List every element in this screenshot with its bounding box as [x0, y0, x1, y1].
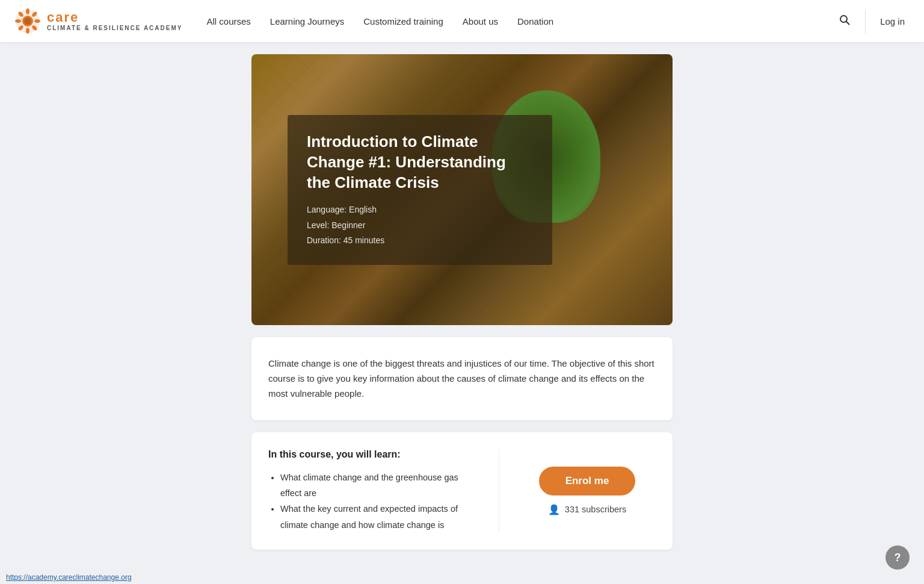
person-icon: 👤 — [548, 504, 560, 515]
description-card: Climate change is one of the biggest thr… — [251, 337, 673, 420]
svg-point-5 — [26, 28, 29, 34]
search-button[interactable] — [834, 9, 855, 34]
course-meta: Language: English Level: Beginner Durati… — [307, 202, 533, 248]
enrol-section: Enrol me 👤 331 subscribers — [499, 449, 656, 532]
svg-line-12 — [846, 21, 849, 24]
care-logo-icon — [14, 8, 41, 34]
status-url: https://academy.careclimatechange.org — [6, 573, 132, 582]
svg-point-7 — [15, 19, 21, 23]
header-divider — [865, 9, 866, 33]
nav-about-us[interactable]: About us — [463, 16, 498, 26]
nav-donation[interactable]: Donation — [517, 16, 553, 26]
header-right: Log in — [834, 9, 910, 34]
subscribers-count: 331 subscribers — [565, 505, 626, 514]
course-description: Climate change is one of the biggest thr… — [268, 356, 656, 401]
nav-learning-journeys[interactable]: Learning Journeys — [270, 16, 344, 26]
login-link[interactable]: Log in — [875, 16, 910, 26]
hero-overlay: Introduction to Climate Change #1: Under… — [288, 115, 552, 265]
site-header: care CLIMATE & RESILIENCE ACADEMY All co… — [0, 0, 924, 42]
course-duration: Duration: 45 minutes — [307, 233, 533, 248]
learn-content: In this course, you will learn: What cli… — [268, 449, 499, 532]
learn-card: In this course, you will learn: What cli… — [251, 432, 673, 549]
svg-point-10 — [24, 17, 31, 25]
hero-image: Introduction to Climate Change #1: Under… — [251, 54, 673, 325]
course-title: Introduction to Climate Change #1: Under… — [307, 132, 533, 193]
subscribers-info: 👤 331 subscribers — [548, 504, 626, 515]
logo-subtitle-label: CLIMATE & RESILIENCE ACADEMY — [47, 24, 182, 32]
learn-item-1: What climate change and the greenhouse g… — [280, 470, 479, 501]
logo-care-label: care — [47, 11, 182, 24]
nav-customized-training[interactable]: Customized training — [363, 16, 443, 26]
course-language: Language: English — [307, 202, 533, 217]
course-level: Level: Beginner — [307, 218, 533, 233]
logo[interactable]: care CLIMATE & RESILIENCE ACADEMY — [14, 8, 182, 34]
learn-item-2: What the key current and expected impact… — [280, 501, 479, 532]
status-bar: https://academy.careclimatechange.org — [0, 571, 138, 584]
main-content: Introduction to Climate Change #1: Under… — [0, 42, 924, 574]
learn-list: What climate change and the greenhouse g… — [268, 470, 479, 532]
logo-text: care CLIMATE & RESILIENCE ACADEMY — [47, 11, 182, 32]
search-icon — [839, 14, 851, 26]
content-wrapper: Introduction to Climate Change #1: Under… — [251, 54, 673, 550]
nav-all-courses[interactable]: All courses — [206, 16, 250, 26]
learn-section-title: In this course, you will learn: — [268, 449, 479, 460]
svg-point-3 — [34, 19, 40, 23]
main-nav: All courses Learning Journeys Customized… — [206, 16, 553, 26]
svg-point-1 — [26, 8, 29, 14]
help-button[interactable]: ? — [886, 545, 910, 570]
enrol-button[interactable]: Enrol me — [539, 467, 636, 495]
